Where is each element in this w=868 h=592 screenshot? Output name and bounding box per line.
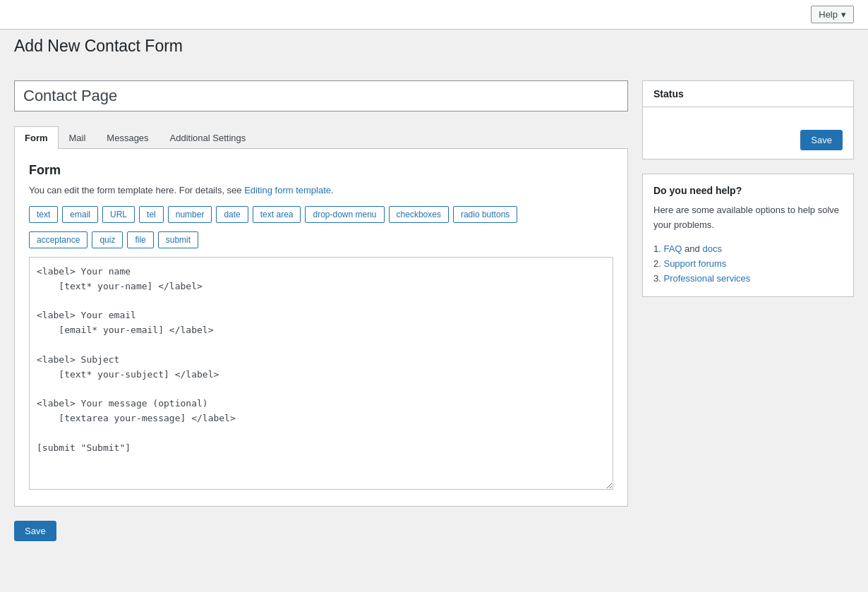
tab-additional-settings[interactable]: Additional Settings [159,126,257,149]
tag-btn-tel[interactable]: tel [139,206,164,223]
help-label: Help [819,9,838,20]
tab-bar: Form Mail Messages Additional Settings [14,126,628,149]
tag-btn-submit[interactable]: submit [158,231,198,248]
save-button-bottom[interactable]: Save [14,521,56,541]
form-section-title: Form [29,163,613,178]
help-box: Do you need help? Here are some availabl… [642,174,854,297]
page-title: Add New Contact Form [0,30,868,56]
tag-buttons-row2: acceptance quiz file submit [29,231,613,248]
tab-form[interactable]: Form [14,126,59,149]
tag-btn-dropdown[interactable]: drop-down menu [305,206,384,223]
save-btn-bottom-area: Save [14,521,628,541]
sidebar: Status Save Do you need help? Here are s… [642,80,854,541]
tag-btn-radio[interactable]: radio buttons [453,206,517,223]
help-box-description: Here are some available options to help … [653,203,843,233]
help-box-content: Do you need help? Here are some availabl… [643,174,853,296]
status-box-header: Status [643,81,853,107]
tag-buttons-row1: text email URL tel number date text area… [29,206,613,223]
editing-form-template-link[interactable]: Editing form template [244,185,331,195]
tag-btn-file[interactable]: file [127,231,153,248]
tag-btn-text[interactable]: text [29,206,58,223]
save-button-sidebar[interactable]: Save [800,130,843,150]
professional-services-link[interactable]: Professional services [663,273,750,284]
tag-btn-url[interactable]: URL [102,206,135,223]
tag-btn-email[interactable]: email [62,206,98,223]
tag-btn-quiz[interactable]: quiz [92,231,123,248]
help-list-item-2: Support forums [653,256,843,271]
chevron-down-icon: ▾ [841,9,846,20]
docs-link[interactable]: docs [702,243,721,254]
help-list-item-3: Professional services [653,271,843,286]
tab-mail[interactable]: Mail [59,126,97,149]
form-description-suffix: . [331,185,334,195]
status-box-content [643,107,853,124]
support-forums-link[interactable]: Support forums [663,258,726,269]
tab-content-form: Form You can edit the form template here… [14,149,628,507]
faq-link[interactable]: FAQ [663,243,682,254]
form-template-textarea[interactable]: <label> Your name [text* your-name] </la… [29,257,613,490]
form-title-input[interactable] [14,80,628,111]
main-content: Form Mail Messages Additional Settings F… [14,80,628,541]
help-button[interactable]: Help ▾ [811,6,854,23]
help-list-item-1: FAQ and docs [653,241,843,256]
status-save-row: Save [643,124,853,159]
tag-btn-number[interactable]: number [168,206,212,223]
tab-messages[interactable]: Messages [96,126,159,149]
tag-btn-acceptance[interactable]: acceptance [29,231,88,248]
status-box: Status Save [642,80,854,159]
help-box-title: Do you need help? [653,185,843,196]
form-description: You can edit the form template here. For… [29,185,613,195]
tag-btn-date[interactable]: date [216,206,248,223]
tag-btn-checkboxes[interactable]: checkboxes [389,206,449,223]
form-description-text: You can edit the form template here. For… [29,185,244,195]
tag-btn-textarea[interactable]: text area [253,206,301,223]
help-list: FAQ and docs Support forums Professional… [653,241,843,286]
